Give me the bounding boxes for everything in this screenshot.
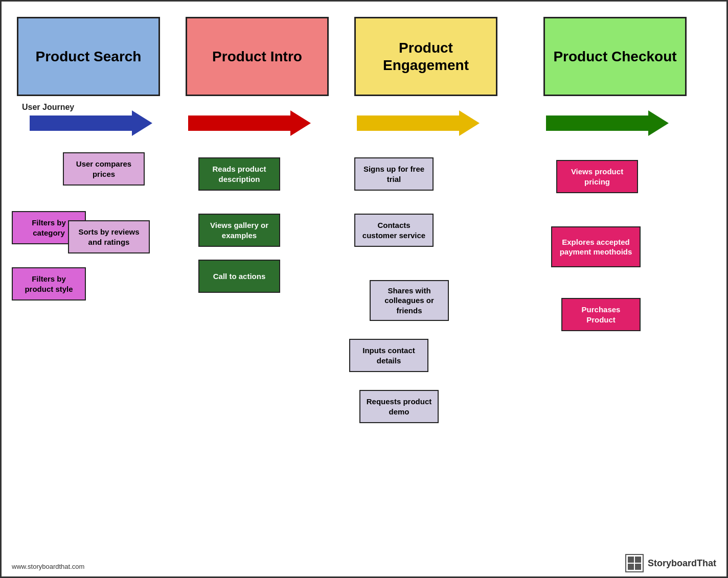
card-shares: Shares with colleagues or friends xyxy=(370,280,449,321)
phase-engagement-label: Product Engagement xyxy=(361,39,491,74)
phase-checkout-header: Product Checkout xyxy=(543,17,687,96)
card-sorts-reviews: Sorts by reviews and ratings xyxy=(68,220,150,253)
card-purchases: Purchases Product xyxy=(561,298,641,331)
card-signs-up: Signs up for free trial xyxy=(354,157,434,191)
arrow-intro-body xyxy=(188,115,290,131)
card-call-to-actions: Call to actions xyxy=(198,260,280,293)
phase-search-header: Product Search xyxy=(17,17,160,96)
arrow-search-body xyxy=(30,115,132,131)
phase-checkout-label: Product Checkout xyxy=(553,48,676,65)
card-views-pricing: Views product pricing xyxy=(556,160,638,193)
card-views-gallery: Views gallery or examples xyxy=(198,214,280,247)
card-filters-style: Filters by product style xyxy=(12,267,86,300)
card-reads-description: Reads product description xyxy=(198,157,280,191)
arrow-search xyxy=(30,110,152,136)
brand-icon xyxy=(625,554,644,572)
card-requests-demo: Requests product demo xyxy=(359,390,439,423)
arrow-engagement-body xyxy=(357,115,459,131)
card-explores-payment: Explores accepted payment meothoids xyxy=(551,226,641,267)
footer-url: www.storyboardthat.com xyxy=(12,563,84,570)
card-contacts-service: Contacts customer service xyxy=(354,214,434,247)
arrow-intro xyxy=(188,110,311,136)
phase-engagement-header: Product Engagement xyxy=(354,17,497,96)
arrow-checkout xyxy=(546,110,669,136)
arrow-search-head xyxy=(132,110,152,136)
canvas: Product Search Product Intro Product Eng… xyxy=(2,2,726,576)
arrow-checkout-head xyxy=(648,110,669,136)
phase-intro-label: Product Intro xyxy=(212,48,302,65)
footer-brand: StoryboardThat xyxy=(625,554,716,572)
card-inputs-contact: Inputs contact details xyxy=(349,339,428,372)
phase-intro-header: Product Intro xyxy=(186,17,329,96)
phase-search-label: Product Search xyxy=(36,48,142,65)
arrow-checkout-body xyxy=(546,115,648,131)
arrow-engagement xyxy=(357,110,480,136)
card-user-compares-prices: User compares prices xyxy=(63,152,145,186)
arrow-engagement-head xyxy=(459,110,480,136)
arrow-intro-head xyxy=(290,110,311,136)
